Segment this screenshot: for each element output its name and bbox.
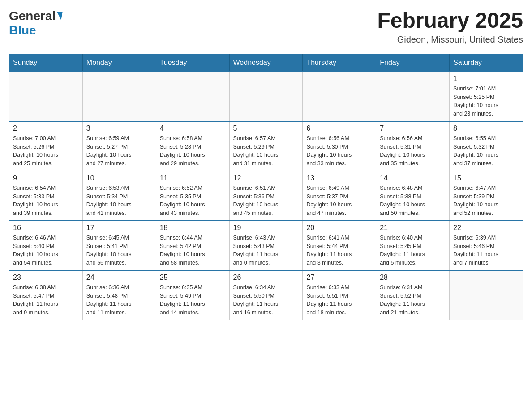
day-cell: 23Sunrise: 6:38 AMSunset: 5:47 PMDayligh… xyxy=(9,270,83,320)
logo: General Blue xyxy=(9,9,63,38)
day-info: Sunrise: 6:56 AMSunset: 5:30 PMDaylight:… xyxy=(306,134,372,168)
day-number: 6 xyxy=(306,124,372,133)
day-info: Sunrise: 6:51 AMSunset: 5:36 PMDaylight:… xyxy=(233,184,299,218)
day-cell: 27Sunrise: 6:33 AMSunset: 5:51 PMDayligh… xyxy=(303,270,376,320)
month-year-title: February 2025 xyxy=(377,9,523,33)
day-info: Sunrise: 7:00 AMSunset: 5:26 PMDaylight:… xyxy=(13,134,79,168)
day-number: 27 xyxy=(306,274,372,282)
day-cell: 15Sunrise: 6:47 AMSunset: 5:39 PMDayligh… xyxy=(450,171,523,221)
day-cell: 22Sunrise: 6:39 AMSunset: 5:46 PMDayligh… xyxy=(450,221,523,270)
day-cell xyxy=(303,72,376,121)
column-header-monday: Monday xyxy=(82,54,156,72)
week-row-2: 2Sunrise: 7:00 AMSunset: 5:26 PMDaylight… xyxy=(9,121,523,171)
location-subtitle: Gideon, Missouri, United States xyxy=(377,34,523,45)
day-number: 10 xyxy=(86,174,152,182)
column-header-tuesday: Tuesday xyxy=(156,54,229,72)
day-info: Sunrise: 6:40 AMSunset: 5:45 PMDaylight:… xyxy=(380,234,446,267)
day-cell: 11Sunrise: 6:52 AMSunset: 5:35 PMDayligh… xyxy=(156,171,229,221)
day-number: 20 xyxy=(306,224,372,232)
day-cell: 28Sunrise: 6:31 AMSunset: 5:52 PMDayligh… xyxy=(376,270,450,320)
day-number: 14 xyxy=(380,174,446,182)
day-info: Sunrise: 6:59 AMSunset: 5:27 PMDaylight:… xyxy=(86,134,152,168)
day-cell: 20Sunrise: 6:41 AMSunset: 5:44 PMDayligh… xyxy=(303,221,376,270)
column-header-friday: Friday xyxy=(376,54,450,72)
day-info: Sunrise: 6:43 AMSunset: 5:43 PMDaylight:… xyxy=(233,234,299,267)
day-info: Sunrise: 6:35 AMSunset: 5:49 PMDaylight:… xyxy=(160,283,226,317)
day-cell xyxy=(82,72,156,121)
day-cell: 1Sunrise: 7:01 AMSunset: 5:25 PMDaylight… xyxy=(450,72,523,121)
day-cell: 19Sunrise: 6:43 AMSunset: 5:43 PMDayligh… xyxy=(229,221,303,270)
day-info: Sunrise: 6:41 AMSunset: 5:44 PMDaylight:… xyxy=(306,234,372,267)
day-info: Sunrise: 6:48 AMSunset: 5:38 PMDaylight:… xyxy=(380,184,446,218)
day-info: Sunrise: 6:44 AMSunset: 5:42 PMDaylight:… xyxy=(160,234,226,267)
day-info: Sunrise: 6:31 AMSunset: 5:52 PMDaylight:… xyxy=(380,283,446,317)
day-number: 1 xyxy=(453,75,519,83)
day-cell xyxy=(156,72,229,121)
day-number: 25 xyxy=(160,274,226,282)
day-number: 3 xyxy=(86,124,152,133)
day-number: 8 xyxy=(453,124,519,133)
day-cell: 5Sunrise: 6:57 AMSunset: 5:29 PMDaylight… xyxy=(229,121,303,171)
day-info: Sunrise: 6:55 AMSunset: 5:32 PMDaylight:… xyxy=(453,134,519,168)
day-number: 26 xyxy=(233,274,299,282)
day-number: 2 xyxy=(13,124,79,133)
column-header-thursday: Thursday xyxy=(303,54,376,72)
day-number: 24 xyxy=(86,274,152,282)
week-row-1: 1Sunrise: 7:01 AMSunset: 5:25 PMDaylight… xyxy=(9,72,523,121)
column-header-wednesday: Wednesday xyxy=(229,54,303,72)
day-info: Sunrise: 6:54 AMSunset: 5:33 PMDaylight:… xyxy=(13,184,79,218)
day-cell: 13Sunrise: 6:49 AMSunset: 5:37 PMDayligh… xyxy=(303,171,376,221)
column-header-saturday: Saturday xyxy=(450,54,523,72)
day-cell xyxy=(450,270,523,320)
day-cell xyxy=(9,72,83,121)
day-number: 17 xyxy=(86,224,152,232)
day-cell: 9Sunrise: 6:54 AMSunset: 5:33 PMDaylight… xyxy=(9,171,83,221)
day-number: 18 xyxy=(160,224,226,232)
day-cell: 21Sunrise: 6:40 AMSunset: 5:45 PMDayligh… xyxy=(376,221,450,270)
logo-arrow-icon xyxy=(56,12,63,20)
page-header: General Blue February 2025 Gideon, Misso… xyxy=(9,9,523,45)
day-cell: 12Sunrise: 6:51 AMSunset: 5:36 PMDayligh… xyxy=(229,171,303,221)
day-number: 4 xyxy=(160,124,226,133)
day-cell: 25Sunrise: 6:35 AMSunset: 5:49 PMDayligh… xyxy=(156,270,229,320)
day-number: 12 xyxy=(233,174,299,182)
day-number: 23 xyxy=(13,274,79,282)
day-number: 22 xyxy=(453,224,519,232)
day-number: 11 xyxy=(160,174,226,182)
day-cell: 26Sunrise: 6:34 AMSunset: 5:50 PMDayligh… xyxy=(229,270,303,320)
day-number: 7 xyxy=(380,124,446,133)
calendar-table: SundayMondayTuesdayWednesdayThursdayFrid… xyxy=(9,54,523,320)
day-number: 5 xyxy=(233,124,299,133)
day-number: 15 xyxy=(453,174,519,182)
day-info: Sunrise: 6:58 AMSunset: 5:28 PMDaylight:… xyxy=(160,134,226,168)
day-cell: 18Sunrise: 6:44 AMSunset: 5:42 PMDayligh… xyxy=(156,221,229,270)
day-cell: 8Sunrise: 6:55 AMSunset: 5:32 PMDaylight… xyxy=(450,121,523,171)
day-cell: 17Sunrise: 6:45 AMSunset: 5:41 PMDayligh… xyxy=(82,221,156,270)
day-number: 16 xyxy=(13,224,79,232)
day-number: 19 xyxy=(233,224,299,232)
day-cell: 3Sunrise: 6:59 AMSunset: 5:27 PMDaylight… xyxy=(82,121,156,171)
day-cell: 2Sunrise: 7:00 AMSunset: 5:26 PMDaylight… xyxy=(9,121,83,171)
day-info: Sunrise: 6:36 AMSunset: 5:48 PMDaylight:… xyxy=(86,283,152,317)
day-cell: 14Sunrise: 6:48 AMSunset: 5:38 PMDayligh… xyxy=(376,171,450,221)
day-cell: 6Sunrise: 6:56 AMSunset: 5:30 PMDaylight… xyxy=(303,121,376,171)
week-row-5: 23Sunrise: 6:38 AMSunset: 5:47 PMDayligh… xyxy=(9,270,523,320)
column-header-sunday: Sunday xyxy=(9,54,83,72)
day-cell: 16Sunrise: 6:46 AMSunset: 5:40 PMDayligh… xyxy=(9,221,83,270)
day-info: Sunrise: 6:46 AMSunset: 5:40 PMDaylight:… xyxy=(13,234,79,267)
day-cell xyxy=(376,72,450,121)
day-cell: 4Sunrise: 6:58 AMSunset: 5:28 PMDaylight… xyxy=(156,121,229,171)
day-number: 28 xyxy=(380,274,446,282)
day-info: Sunrise: 6:52 AMSunset: 5:35 PMDaylight:… xyxy=(160,184,226,218)
day-cell: 10Sunrise: 6:53 AMSunset: 5:34 PMDayligh… xyxy=(82,171,156,221)
day-cell xyxy=(229,72,303,121)
logo-blue-text: Blue xyxy=(9,23,36,38)
day-info: Sunrise: 6:49 AMSunset: 5:37 PMDaylight:… xyxy=(306,184,372,218)
day-info: Sunrise: 6:45 AMSunset: 5:41 PMDaylight:… xyxy=(86,234,152,267)
title-block: February 2025 Gideon, Missouri, United S… xyxy=(377,9,523,45)
day-info: Sunrise: 6:34 AMSunset: 5:50 PMDaylight:… xyxy=(233,283,299,317)
week-row-3: 9Sunrise: 6:54 AMSunset: 5:33 PMDaylight… xyxy=(9,171,523,221)
day-number: 9 xyxy=(13,174,79,182)
day-number: 21 xyxy=(380,224,446,232)
day-info: Sunrise: 6:57 AMSunset: 5:29 PMDaylight:… xyxy=(233,134,299,168)
